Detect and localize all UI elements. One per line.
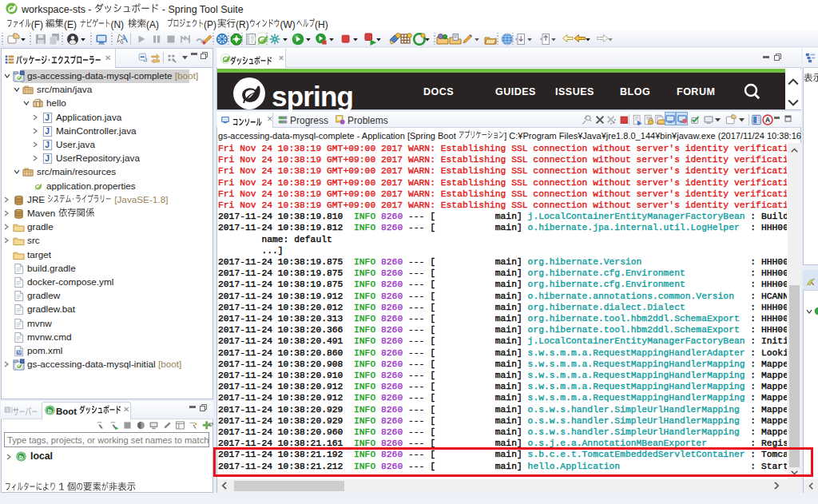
svg-text:A: A: [765, 116, 770, 124]
svg-text:J: J: [45, 127, 50, 136]
svg-text:b: b: [19, 454, 23, 461]
svg-text:J: J: [45, 141, 50, 149]
svg-text:J: J: [45, 113, 50, 122]
svg-text:J: J: [45, 154, 50, 163]
svg-text:b: b: [48, 407, 52, 415]
svg-text:M: M: [18, 349, 22, 355]
